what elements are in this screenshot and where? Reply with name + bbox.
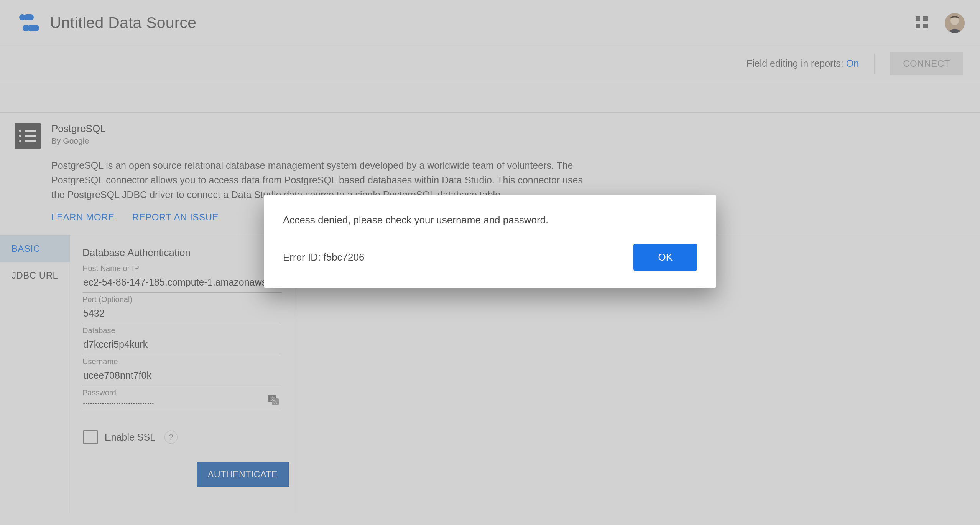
modal-message: Access denied, please check your usernam…: [283, 214, 697, 226]
ok-button[interactable]: OK: [633, 244, 697, 271]
modal-error-id: Error ID: f5bc7206: [283, 251, 364, 263]
error-modal: Access denied, please check your usernam…: [264, 195, 716, 288]
modal-overlay: Access denied, please check your usernam…: [0, 0, 980, 525]
